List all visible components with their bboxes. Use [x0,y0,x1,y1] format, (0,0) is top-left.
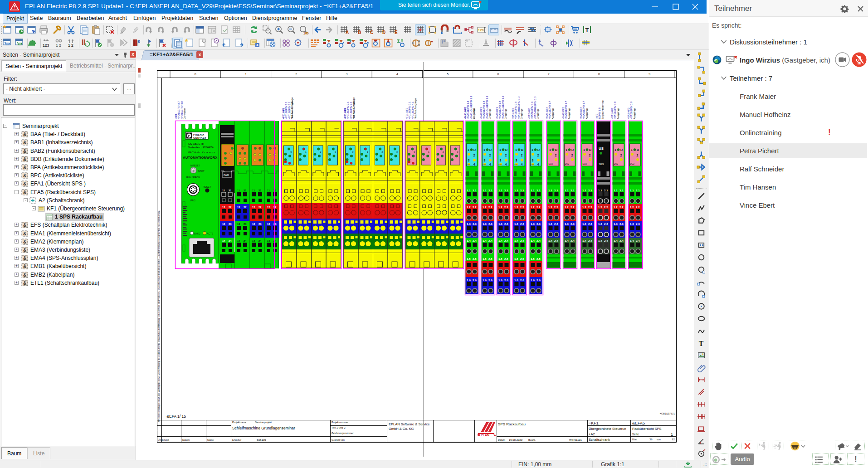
svg-text:=MA1-KF1: =MA1-KF1 [464,107,467,119]
svg-text:1.1: 1.1 [548,189,552,192]
svg-text:=KF1: =KF1 [589,421,599,425]
svg-text:4: 4 [489,163,491,166]
svg-text:1.2: 1.2 [548,205,552,209]
svg-text:22: 22 [258,206,261,209]
svg-text:2: 2 [505,154,507,157]
svg-text:12: 12 [267,206,270,209]
svg-text:1.1: 1.1 [467,189,471,192]
svg-text:RESET: RESET [203,185,211,188]
svg-text:GmbH & Co. KG: GmbH & Co. KG [389,427,414,431]
svg-text:SEG: SEG [599,163,604,166]
svg-text:D: D [521,148,523,151]
svg-text:1.3: 1.3 [565,222,569,225]
svg-text:9: 9 [649,73,650,76]
svg-text:21: 21 [229,189,232,192]
svg-text:11: 11 [252,189,255,192]
svg-text:2.4: 2.4 [588,239,592,242]
svg-text:4: 4 [537,163,539,166]
svg-text:PHŒNIX: PHŒNIX [193,133,204,136]
svg-text:21: 21 [273,189,277,192]
svg-text:&: & [23,231,26,236]
svg-text:2: 2 [295,73,297,76]
svg-text:36: 36 [649,438,653,441]
svg-text:2: 2 [537,154,539,157]
svg-text:2.1: 2.1 [520,189,524,192]
svg-text:6: 6 [497,73,499,76]
svg-text:2: 2 [443,151,444,153]
svg-text:DO2: DO2 [565,163,570,165]
svg-text:2.5: 2.5 [520,257,524,260]
svg-text:1.4: 1.4 [548,239,552,242]
svg-text:=MA2&EPS/ 1.7: =MA2&EPS/ 1.7 [565,101,567,119]
svg-text:Controller: Controller [183,108,186,119]
svg-text:1 2: 1 2 [56,43,61,48]
svg-text:2.3: 2.3 [536,222,541,225]
svg-text:EPLAN Software & Service: EPLAN Software & Service [389,422,429,426]
svg-text:0: 0 [352,151,354,153]
svg-text:12: 12 [222,206,225,209]
svg-text:13: 13 [267,223,270,225]
svg-text:&: & [23,256,26,261]
svg-text:1.2: 1.2 [565,205,569,209]
svg-text:1.2: 1.2 [582,205,586,209]
svg-text:23: 23 [229,223,232,225]
svg-text:0: 0 [195,73,196,76]
svg-text:123: 123 [43,43,49,48]
svg-text:A: A [346,30,349,35]
svg-text:2.6: 2.6 [473,278,477,282]
svg-text:1.3: 1.3 [582,222,586,225]
svg-text:24: 24 [244,239,247,242]
svg-text:=VA2-KF2: =VA2-KF2 [627,107,630,119]
svg-text:2.3: 2.3 [604,222,608,225]
svg-text:1.5: 1.5 [483,257,487,260]
svg-text:2.2: 2.2 [554,205,558,209]
svg-text:1.2: 1.2 [630,205,634,209]
svg-text:=MA1&EPS/ 1.7: =MA1&EPS/ 1.7 [548,101,551,119]
svg-text:Not-Aus Eingänge: Not-Aus Eingänge [291,98,293,119]
svg-text:14: 14 [252,239,255,242]
svg-text:13: 13 [252,223,255,225]
svg-text:PLAN: PLAN [481,434,489,437]
svg-text:S06105: S06105 [257,439,266,441]
svg-text:Ausgänge: Ausgänge [633,108,636,119]
svg-text:2.3: 2.3 [571,222,575,225]
svg-text:=P01&EPS/ 2.1: =P01&EPS/ 2.1 [346,102,349,119]
svg-text:1: 1 [499,148,501,151]
svg-text:3: 3 [500,159,502,162]
svg-text:=F01-KF3: =F01-KF3 [405,108,408,119]
svg-text:13: 13 [222,223,225,225]
svg-text:=PD1&EPS/ 3.7: =PD1&EPS/ 3.7 [177,101,180,119]
svg-text:=MA1-KF2: =MA1-KF2 [546,107,548,119]
svg-text:DI4: DI4 [467,163,470,166]
svg-text:ACT2: ACT2 [207,232,213,235]
svg-text:1.3: 1.3 [498,222,502,225]
svg-text:3: 3 [335,151,336,153]
svg-text:13: 13 [237,223,240,225]
svg-text:=MA1&EPS/ 1.4: =MA1&EPS/ 1.4 [467,101,469,119]
svg-text:=F01-KF2: =F01-KF2 [344,108,346,119]
svg-text:1.2: 1.2 [467,205,471,209]
svg-text:=GB1&EFS/1: =GB1&EFS/1 [660,412,675,415]
svg-text:1: 1 [532,148,533,151]
svg-text:=VA2&EPS/ 1.6: =VA2&EPS/ 1.6 [531,102,533,119]
svg-text:2.4: 2.4 [636,239,640,242]
svg-text:2.4: 2.4 [520,239,524,242]
svg-text:&: & [23,173,26,178]
svg-text:3: 3 [532,159,534,162]
svg-text:PRG: PRG [190,199,195,202]
svg-text:D: D [382,30,385,35]
svg-text:2.3: 2.3 [520,222,524,225]
svg-text:US: US [599,146,604,151]
svg-text:Teil 1 und 2: Teil 1 und 2 [332,426,346,429]
svg-text:2.5: 2.5 [536,257,541,260]
svg-text:5: 5 [447,73,449,76]
svg-text:2.1: 2.1 [473,189,477,192]
svg-text:11: 11 [267,189,270,192]
svg-text:2.3: 2.3 [588,222,592,225]
svg-text:1.4: 1.4 [498,239,502,242]
svg-text:2.2: 2.2 [619,205,624,209]
svg-text:1.2: 1.2 [598,205,602,209]
svg-text:21: 21 [258,189,262,192]
svg-text:22: 22 [273,206,276,209]
svg-text:&: & [23,264,26,269]
